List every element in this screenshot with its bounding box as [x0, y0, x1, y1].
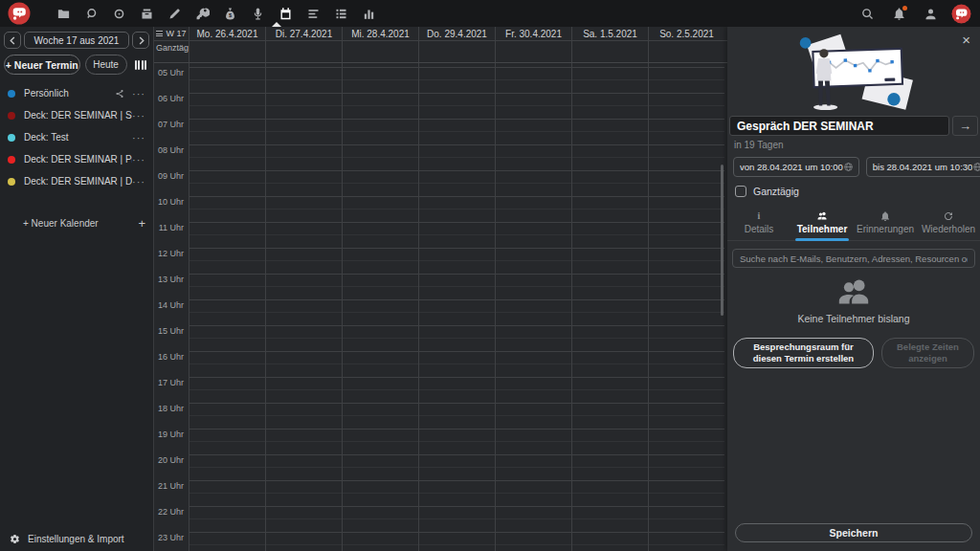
- key-icon[interactable]: [192, 3, 213, 24]
- day-header[interactable]: So. 2.5.2021: [648, 27, 724, 40]
- calendar-name: Deck: Test: [24, 132, 132, 143]
- allday-checkbox[interactable]: [735, 186, 746, 197]
- week-picker[interactable]: Woche 17 aus 2021: [24, 32, 129, 49]
- hour-label: 16 Uhr: [158, 352, 184, 363]
- calendar-more-menu[interactable]: ···: [132, 156, 145, 164]
- grid-scrollbar[interactable]: [721, 165, 724, 316]
- user-avatar[interactable]: [951, 4, 971, 24]
- pencil-icon[interactable]: [165, 3, 186, 24]
- allday-cell[interactable]: [495, 41, 571, 62]
- calendar-more-menu[interactable]: ···: [132, 112, 145, 120]
- day-column[interactable]: [418, 63, 495, 551]
- news-lines-icon[interactable]: [303, 3, 324, 24]
- timezone-globe-icon[interactable]: [972, 162, 980, 172]
- share-icon[interactable]: [115, 89, 124, 99]
- start-date-field[interactable]: von 28.04.2021 um 10:00: [733, 157, 859, 177]
- week-number-cell[interactable]: W 17: [154, 27, 189, 40]
- day-header-row: W 17 Mo. 26.4.2021Di. 27.4.2021Mi. 28.4.…: [154, 27, 727, 41]
- tab-wiederholen[interactable]: Wiederholen: [917, 207, 980, 240]
- allday-cell[interactable]: [571, 41, 648, 62]
- calendar-color-dot[interactable]: [8, 134, 15, 142]
- day-columns: [189, 63, 724, 551]
- submit-arrow-button[interactable]: →: [952, 116, 978, 136]
- calendar-name: Deck: DER SEMINAR | Stunden: [24, 110, 132, 121]
- day-header[interactable]: Sa. 1.5.2021: [571, 27, 648, 40]
- search-icon[interactable]: [857, 3, 878, 24]
- hour-label: 13 Uhr: [158, 275, 184, 285]
- next-week-button[interactable]: [132, 32, 149, 49]
- view-toggle-icon[interactable]: [132, 57, 150, 73]
- calendar-more-menu[interactable]: ···: [132, 90, 145, 98]
- money-bag-icon[interactable]: $: [220, 3, 241, 24]
- calendar-list-item[interactable]: Persönlich···: [0, 82, 153, 104]
- day-column[interactable]: [571, 63, 648, 551]
- calendar-color-dot[interactable]: [8, 156, 15, 164]
- calendar-icon[interactable]: [276, 3, 297, 24]
- day-header[interactable]: Di. 27.4.2021: [265, 27, 342, 40]
- end-date-field[interactable]: bis 28.04.2021 um 10:30: [866, 157, 980, 177]
- new-event-button[interactable]: + Neuer Termin: [4, 55, 80, 75]
- plus-icon: +: [138, 216, 145, 231]
- archive-box-icon[interactable]: [137, 3, 158, 24]
- day-column[interactable]: [648, 63, 724, 551]
- day-column[interactable]: [189, 63, 265, 551]
- calendar-list: Persönlich···Deck: DER SEMINAR | Stunden…: [0, 82, 153, 192]
- calendar-list-item[interactable]: Deck: DER SEMINAR | Projekte···: [0, 148, 153, 170]
- settings-import-button[interactable]: Einstellungen & Import: [0, 526, 153, 551]
- allday-checkbox-row[interactable]: Ganztägig: [735, 186, 980, 197]
- day-header[interactable]: Do. 29.4.2021: [418, 27, 495, 40]
- day-header[interactable]: Mo. 26.4.2021: [189, 27, 265, 40]
- day-column[interactable]: [265, 63, 342, 551]
- tab-details[interactable]: iDetails: [727, 207, 791, 240]
- contacts-icon[interactable]: [920, 3, 941, 24]
- menu-icon: [156, 31, 163, 36]
- search-circle-icon[interactable]: [81, 3, 102, 24]
- day-header[interactable]: Fr. 30.4.2021: [495, 27, 571, 40]
- bell-icon[interactable]: [888, 3, 909, 24]
- day-header[interactable]: Mi. 28.4.2021: [342, 27, 418, 40]
- hour-label: 15 Uhr: [158, 326, 184, 337]
- previous-week-button[interactable]: [4, 32, 21, 49]
- save-button[interactable]: Speichern: [735, 523, 972, 542]
- new-calendar-button[interactable]: + Neuer Kalender +: [8, 213, 145, 232]
- hour-gutter: 05 Uhr06 Uhr07 Uhr08 Uhr09 Uhr10 Uhr11 U…: [154, 63, 189, 551]
- calendar-list-item[interactable]: Deck: DER SEMINAR | Dailys···: [0, 170, 153, 192]
- calendar-color-dot[interactable]: [8, 90, 15, 98]
- tab-erinnerungen[interactable]: Erinnerungen: [854, 207, 917, 240]
- calendar-color-dot[interactable]: [8, 112, 15, 120]
- today-button[interactable]: Heute: [85, 55, 127, 75]
- calendar-more-menu[interactable]: ···: [132, 134, 145, 142]
- hour-label: 12 Uhr: [158, 249, 184, 259]
- create-meeting-room-button[interactable]: Besprechungsraum für diesen Termin erste…: [733, 338, 874, 368]
- allday-cell[interactable]: [265, 41, 342, 62]
- show-busy-times-button: Belegte Zeiten anzeigen: [881, 338, 974, 368]
- timezone-globe-icon[interactable]: [843, 162, 854, 172]
- gear-icon: [10, 534, 20, 544]
- calendar-color-dot[interactable]: [8, 178, 15, 186]
- allday-cell[interactable]: [648, 41, 724, 62]
- day-column[interactable]: [495, 63, 571, 551]
- allday-cell[interactable]: [189, 41, 265, 62]
- calendar-more-menu[interactable]: ···: [132, 178, 145, 186]
- hour-label: 22 Uhr: [158, 507, 184, 518]
- close-icon[interactable]: ×: [962, 33, 970, 47]
- hour-label: 18 Uhr: [158, 404, 184, 414]
- microphone-icon[interactable]: [248, 3, 269, 24]
- app-logo[interactable]: [8, 2, 31, 25]
- day-column[interactable]: [342, 63, 418, 551]
- allday-cell[interactable]: [418, 41, 495, 62]
- bar-chart-icon[interactable]: [359, 3, 380, 24]
- calendar-name: Persönlich: [24, 88, 115, 99]
- tab-teilnehmer[interactable]: Teilnehmer: [791, 207, 854, 240]
- allday-cell[interactable]: [342, 41, 418, 62]
- event-title-input[interactable]: [729, 116, 949, 136]
- calendar-list-item[interactable]: Deck: Test···: [0, 126, 153, 148]
- time-grid: 05 Uhr06 Uhr07 Uhr08 Uhr09 Uhr10 Uhr11 U…: [154, 63, 727, 551]
- hour-label: 17 Uhr: [158, 378, 184, 388]
- files-folder-icon[interactable]: [54, 3, 75, 24]
- attendee-search-input[interactable]: [732, 249, 975, 268]
- calendar-list-item[interactable]: Deck: DER SEMINAR | Stunden···: [0, 104, 153, 126]
- target-circle-icon[interactable]: [109, 3, 130, 24]
- calendar-name: Deck: DER SEMINAR | Dailys: [24, 176, 132, 187]
- checklist-icon[interactable]: [331, 3, 352, 24]
